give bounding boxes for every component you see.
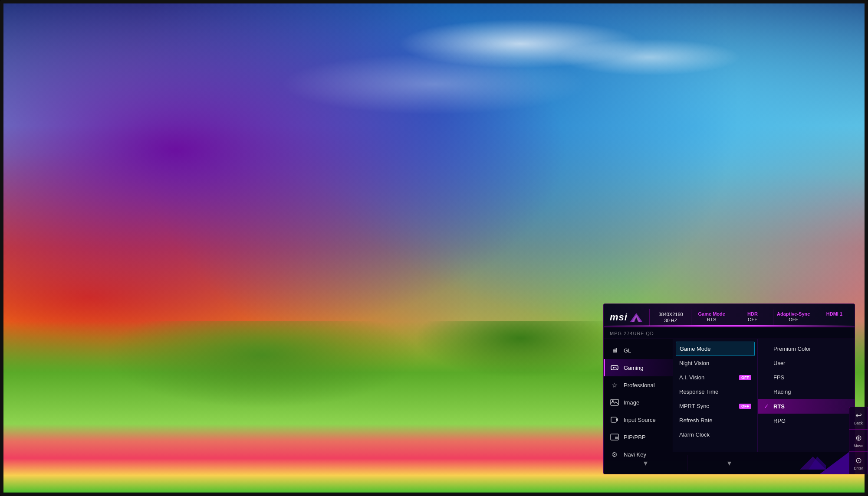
input-info: HDMI 1 [814, 310, 855, 326]
resolution-label: 3840X2160 [654, 311, 687, 317]
option-item-premium-color[interactable]: Premium Color [758, 342, 855, 356]
pip-pbp-icon [610, 432, 619, 442]
submenu-column: Game Mode Night Vision A.I. Vision OFF R… [673, 339, 758, 452]
submenu-item-mprt-sync[interactable]: MPRT Sync OFF [673, 399, 757, 413]
option-item-fps[interactable]: FPS [758, 370, 855, 385]
svg-point-5 [615, 367, 616, 368]
submenu-label-alarm-clock: Alarm Clock [679, 431, 710, 438]
header-info: 3840X2160 30 HZ Game Mode RTS HDR OFF Ad… [651, 310, 855, 326]
header-indicator-bar [604, 325, 855, 326]
gaming-icon [610, 363, 619, 372]
nav-label-input-source: Input Source [624, 417, 656, 423]
ai-vision-badge: OFF [739, 375, 751, 380]
msi-arrow-icon [630, 313, 642, 322]
navi-key-icon: ⚙ [610, 450, 619, 459]
option-label-rpg: RPG [773, 418, 786, 424]
option-label-premium-color: Premium Color [773, 346, 811, 352]
option-label-racing: Racing [773, 388, 791, 395]
professional-icon: ☆ [610, 380, 619, 390]
game-mode-info: Game Mode RTS [691, 310, 732, 326]
submenu-label-game-mode: Game Mode [680, 346, 711, 352]
adaptive-sync-label: Adaptive-Sync [777, 311, 810, 317]
option-label-rts: RTS [773, 403, 785, 410]
submenu-label-mprt-sync: MPRT Sync [679, 403, 709, 409]
input-label: HDMI 1 [818, 311, 851, 317]
back-icon: ↩ [855, 411, 862, 420]
nav-label-image: Image [624, 399, 639, 406]
nav-item-input-source[interactable]: Input Source [604, 411, 673, 428]
nav-label-navi-key: Navi Key [624, 451, 646, 458]
hdr-label: HDR [736, 311, 769, 317]
arrow-col-2: ▾ [687, 455, 771, 471]
model-bar: MPG 274URF QD [604, 327, 855, 339]
back-label: Back [854, 421, 863, 425]
option-label-user: User [773, 360, 785, 366]
hdr-value: OFF [736, 317, 769, 323]
nav-label-pip-pbp: PIP/PBP [624, 434, 646, 441]
nav-label-gl: GL [624, 347, 631, 354]
enter-control[interactable]: ⊙ Enter [849, 452, 868, 474]
move-icon: ⊕ [855, 433, 862, 443]
adaptive-sync-value: OFF [777, 317, 810, 323]
nav-item-pip-pbp[interactable]: PIP/PBP [604, 428, 673, 446]
nav-label-professional: Professional [624, 382, 655, 388]
options-column: Premium Color User FPS Racing ✓ RTS [758, 339, 855, 452]
move-control[interactable]: ⊕ Move [849, 429, 868, 452]
option-item-user[interactable]: User [758, 356, 855, 370]
rts-check: ✓ [764, 403, 771, 410]
game-mode-value: RTS [695, 317, 728, 323]
submenu-label-refresh-rate: Refresh Rate [679, 417, 713, 424]
enter-label: Enter [854, 466, 863, 470]
submenu-item-ai-vision[interactable]: A.I. Vision OFF [673, 370, 757, 385]
gl-icon: 🖥 [610, 346, 619, 355]
osd-header: msi 3840X2160 30 HZ Game Mode RTS HDR [604, 304, 855, 327]
hdr-info: HDR OFF [732, 310, 773, 326]
option-item-rpg[interactable]: RPG [758, 414, 855, 428]
brand-name: msi [610, 312, 628, 323]
svg-point-8 [612, 400, 614, 402]
move-label: Move [854, 444, 863, 448]
resolution-sub: 30 HZ [654, 317, 687, 323]
header-divider-1 [649, 309, 650, 326]
side-controls: ↩ Back ⊕ Move ⊙ Enter [849, 407, 868, 474]
option-label-fps: FPS [773, 374, 784, 381]
model-name: MPG 274URF QD [610, 331, 654, 336]
screen: msi 3840X2160 30 HZ Game Mode RTS HDR [0, 0, 868, 496]
submenu-item-response-time[interactable]: Response Time [673, 385, 757, 399]
option-item-rts[interactable]: ✓ RTS [758, 399, 855, 414]
option-item-racing[interactable]: Racing [758, 385, 855, 399]
osd-content: 🖥 GL Gaming [604, 339, 855, 452]
msi-logo: msi [604, 308, 648, 326]
nav-item-image[interactable]: Image [604, 394, 673, 411]
input-source-icon [610, 415, 619, 424]
submenu-label-ai-vision: A.I. Vision [679, 374, 704, 381]
submenu-item-night-vision[interactable]: Night Vision [673, 356, 757, 370]
mprt-sync-badge: OFF [739, 404, 751, 409]
enter-icon: ⊙ [855, 456, 862, 465]
adaptive-sync-info: Adaptive-Sync OFF [773, 310, 814, 326]
game-mode-label: Game Mode [695, 311, 728, 317]
nav-item-gaming[interactable]: Gaming [604, 359, 673, 376]
osd-menu: msi 3840X2160 30 HZ Game Mode RTS HDR [603, 303, 855, 474]
submenu-item-game-mode[interactable]: Game Mode [676, 342, 755, 356]
submenu-label-response-time: Response Time [679, 388, 718, 395]
svg-rect-9 [611, 417, 616, 422]
submenu-item-refresh-rate[interactable]: Refresh Rate [673, 413, 757, 427]
resolution-info: 3840X2160 30 HZ [651, 310, 691, 326]
arrow-down-2: ▾ [727, 458, 731, 468]
nav-item-professional[interactable]: ☆ Professional [604, 376, 673, 394]
nav-item-gl[interactable]: 🖥 GL [604, 342, 673, 359]
svg-point-6 [616, 368, 617, 369]
nav-item-navi-key[interactable]: ⚙ Navi Key [604, 446, 673, 463]
nav-label-gaming: Gaming [624, 365, 644, 371]
image-icon [610, 398, 619, 407]
svg-rect-11 [615, 437, 618, 439]
submenu-label-night-vision: Night Vision [679, 360, 709, 366]
nav-column: 🖥 GL Gaming [604, 339, 673, 452]
submenu-item-alarm-clock[interactable]: Alarm Clock [673, 427, 757, 442]
back-control[interactable]: ↩ Back [849, 407, 868, 429]
